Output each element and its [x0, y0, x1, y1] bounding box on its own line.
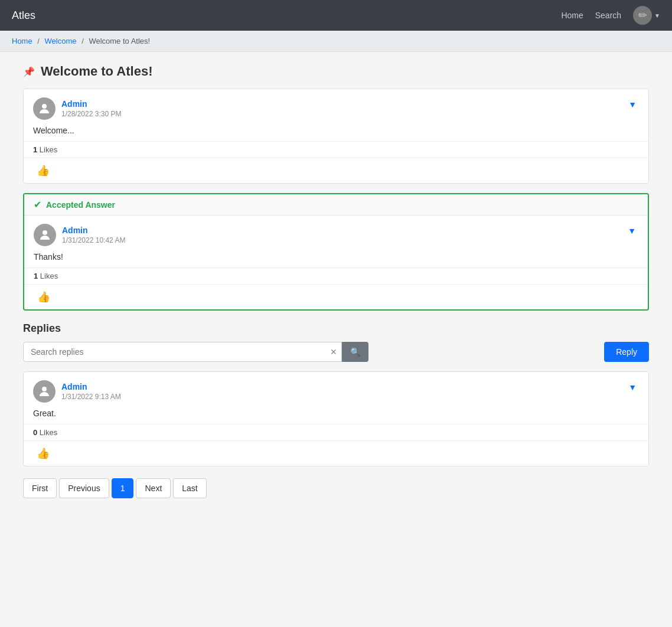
post-date-1: 1/28/2022 3:30 PM	[61, 110, 121, 118]
post-card-1: Admin 1/28/2022 3:30 PM ▼ Welcome... 1 L…	[23, 89, 649, 184]
pagination-last[interactable]: Last	[173, 478, 206, 498]
pagination: First Previous 1 Next Last	[23, 478, 649, 498]
user-avatar-icon: ✏	[633, 6, 652, 25]
reply-like-button-1[interactable]: 👍	[33, 446, 53, 461]
breadcrumb-home[interactable]: Home	[12, 37, 32, 45]
accepted-label: Accepted Answer	[46, 200, 115, 210]
reply-header-1: Admin 1/31/2022 9:13 AM ▼	[24, 372, 648, 409]
post-likes-1: 1 Likes	[24, 141, 648, 158]
post-dropdown-1[interactable]: ▼	[626, 97, 639, 112]
accepted-thumbs-up-icon: 👍	[37, 291, 50, 303]
accepted-dropdown[interactable]: ▼	[625, 224, 638, 238]
search-replies-button[interactable]: 🔍	[342, 342, 368, 362]
accepted-banner: ✔ Accepted Answer	[24, 194, 648, 215]
reply-date-1: 1/31/2022 9:13 AM	[61, 393, 121, 401]
navbar-right: Home Search ✏ ▼	[561, 6, 660, 25]
post-body-1: Welcome...	[24, 126, 648, 141]
user-dropdown-caret-icon: ▼	[654, 12, 660, 19]
pagination-previous[interactable]: Previous	[59, 478, 109, 498]
post-likes-label-1: Likes	[40, 145, 57, 154]
navbar: Atles Home Search ✏ ▼	[0, 0, 672, 31]
post-author-row-1: Admin 1/28/2022 3:30 PM	[33, 97, 121, 120]
reply-author-name-1[interactable]: Admin	[61, 382, 121, 391]
reply-button[interactable]: Reply	[604, 342, 649, 362]
accepted-likes-count: 1	[34, 272, 38, 280]
pagination-first[interactable]: First	[23, 478, 57, 498]
reply-author-row-1: Admin 1/31/2022 9:13 AM	[33, 380, 121, 403]
accepted-body: Thanks!	[24, 252, 648, 267]
accepted-actions: 👍	[24, 284, 648, 309]
reply-card-1: Admin 1/31/2022 9:13 AM ▼ Great. 0 Likes…	[23, 371, 649, 466]
accepted-likes-label: Likes	[40, 272, 58, 280]
accepted-likes: 1 Likes	[24, 267, 648, 284]
thumbs-up-icon-1: 👍	[37, 165, 50, 177]
svg-point-2	[42, 387, 47, 391]
reply-thumbs-up-icon-1: 👍	[37, 448, 50, 459]
reply-avatar-1	[33, 380, 56, 403]
accepted-author-name[interactable]: Admin	[62, 226, 125, 235]
search-clear-icon[interactable]: ✕	[330, 347, 337, 357]
post-actions-1: 👍	[24, 158, 648, 183]
accepted-avatar	[34, 224, 56, 246]
search-replies-input[interactable]	[23, 342, 342, 362]
accepted-author-row: Admin 1/31/2022 10:42 AM	[34, 224, 125, 246]
pagination-next[interactable]: Next	[136, 478, 171, 498]
search-bar: ✕ 🔍 Reply	[23, 342, 649, 362]
search-icon: 🔍	[350, 347, 360, 357]
svg-point-1	[43, 230, 47, 235]
reply-likes-label-1: Likes	[40, 428, 57, 437]
post-author-name-1[interactable]: Admin	[61, 99, 121, 109]
user-menu[interactable]: ✏ ▼	[633, 6, 660, 25]
page-title-row: 📌 Welcome to Atles!	[23, 64, 649, 79]
breadcrumb-sep-1: /	[37, 37, 40, 45]
check-icon: ✔	[34, 199, 41, 210]
pagination-current[interactable]: 1	[112, 478, 134, 498]
reply-dropdown-1[interactable]: ▼	[626, 380, 639, 394]
accepted-date: 1/31/2022 10:42 AM	[62, 236, 125, 244]
breadcrumb-category[interactable]: Welcome	[45, 37, 77, 45]
accepted-post-header: Admin 1/31/2022 10:42 AM ▼	[24, 215, 648, 252]
svg-point-0	[42, 104, 47, 109]
search-input-wrapper: ✕	[23, 342, 342, 362]
page-title: Welcome to Atles!	[41, 64, 152, 79]
post-avatar-1	[33, 97, 56, 120]
like-button-1[interactable]: 👍	[33, 163, 53, 178]
replies-title: Replies	[23, 322, 649, 335]
post-author-info-1: Admin 1/28/2022 3:30 PM	[61, 99, 121, 118]
reply-actions-1: 👍	[24, 440, 648, 466]
reply-author-info-1: Admin 1/31/2022 9:13 AM	[61, 382, 121, 401]
accepted-answer-card: ✔ Accepted Answer Admin 1/31/2022 10:42 …	[23, 193, 649, 311]
breadcrumb-current: Welcome to Atles!	[89, 37, 150, 45]
main-content: 📌 Welcome to Atles! Admin 1/28/2022 3:30…	[11, 52, 661, 510]
breadcrumb: Home / Welcome / Welcome to Atles!	[0, 31, 672, 52]
accepted-author-info: Admin 1/31/2022 10:42 AM	[62, 226, 125, 244]
reply-body-1: Great.	[24, 409, 648, 424]
accepted-like-button[interactable]: 👍	[34, 289, 54, 305]
pin-icon: 📌	[23, 66, 35, 77]
breadcrumb-sep-2: /	[81, 37, 84, 45]
nav-search[interactable]: Search	[595, 11, 621, 20]
post-likes-count-1: 1	[33, 145, 37, 154]
app-brand: Atles	[12, 9, 35, 22]
reply-likes-1: 0 Likes	[24, 424, 648, 440]
replies-section: Replies ✕ 🔍 Reply Admin 1/3	[23, 322, 649, 498]
post-header-1: Admin 1/28/2022 3:30 PM ▼	[24, 89, 648, 126]
nav-home[interactable]: Home	[561, 11, 583, 20]
reply-likes-count-1: 0	[33, 428, 37, 437]
